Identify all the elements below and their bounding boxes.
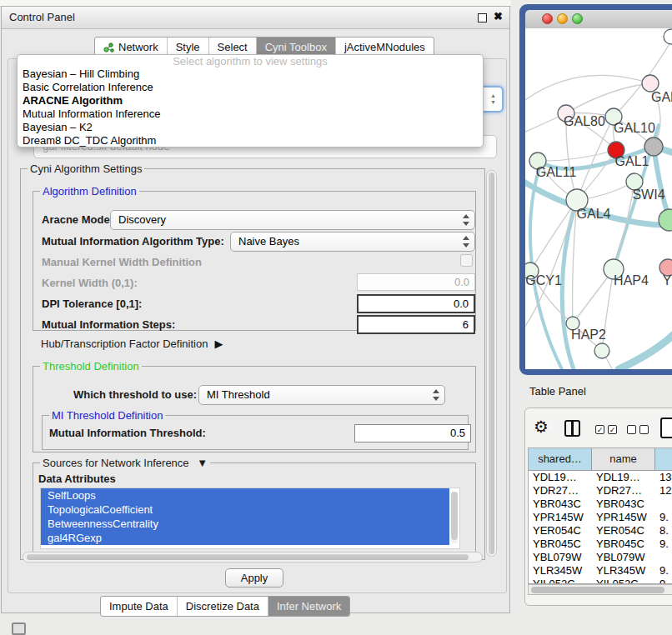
node-label-swi4: SWI4: [632, 188, 664, 202]
mi-algorithm-type-combo[interactable]: Naive Bayes: [230, 232, 475, 252]
settings-horizontal-scrollbar[interactable]: [23, 552, 483, 562]
column-header-name[interactable]: name: [592, 448, 655, 470]
network-view-window: GALGAL80GAL10GAL1GAL11SWI4GAL4GCY1HAP4YH…: [519, 4, 672, 375]
tab-label: Select: [218, 41, 248, 53]
table-cell: YBL079W: [529, 551, 592, 564]
network-graph[interactable]: GALGAL80GAL10GAL1GAL11SWI4GAL4GCY1HAP4YH…: [525, 28, 672, 369]
mi-steps-value: 6: [463, 317, 469, 332]
cyni-algorithm-settings-group: Cyni Algorithm Settings Algorithm Defini…: [20, 168, 485, 560]
apply-button[interactable]: Apply: [225, 568, 283, 588]
mi-threshold-field[interactable]: 0.5: [354, 424, 471, 442]
table-row[interactable]: YBR043CYBR043C: [529, 498, 672, 511]
aracne-mode-value: Discovery: [118, 211, 166, 229]
node-unnamed-top[interactable]: [664, 29, 672, 44]
attribute-item-topologicalcoefficient[interactable]: TopologicalCoefficient: [41, 502, 449, 517]
data-attributes-list[interactable]: SelfLoopsTopologicalCoefficientBetweenne…: [40, 488, 460, 549]
node-label-gcy1: GCY1: [525, 273, 562, 288]
desktop: Control Panel ✖ NetworkStyleSelectCyni T…: [0, 0, 672, 635]
tab-label: Cyni Toolbox: [265, 41, 327, 53]
minimize-traffic-light-icon[interactable]: [557, 13, 568, 24]
algorithm-option-aracne-algorithm[interactable]: ARACNE Algorithm: [18, 94, 483, 108]
algorithm-option-mutual-information-inference[interactable]: Mutual Information Inference: [18, 108, 483, 121]
algorithm-option-dream8-dc-tdc-algorithm[interactable]: Dream8 DC_TDC Algorithm: [18, 134, 483, 148]
dpi-tolerance-value: 0.0: [454, 296, 469, 312]
checked-pair-icon[interactable]: ✓✓: [595, 425, 617, 434]
network-edge: [619, 322, 672, 369]
which-threshold-combo[interactable]: MI Threshold: [198, 385, 445, 405]
algorithm-option-basic-correlation-inference[interactable]: Basic Correlation Inference: [18, 81, 483, 94]
table-row[interactable]: YDL19…YDL19…13: [529, 471, 672, 484]
table-row[interactable]: YPR145WYPR145W9.: [529, 511, 672, 524]
tab-infer-network[interactable]: Infer Network: [268, 597, 349, 616]
threshold-definition-group: Threshold Definition Which threshold to …: [33, 366, 476, 452]
table-row[interactable]: YLR345WYLR345W9.: [529, 564, 672, 578]
algorithm-option-bayesian-hill-climbing[interactable]: Bayesian – Hill Climbing: [18, 68, 483, 81]
table-cell: 9.: [655, 564, 672, 578]
tab-impute-data[interactable]: Impute Data: [101, 597, 178, 616]
column-layout-icon[interactable]: [564, 420, 580, 437]
node-unnamed-bottom[interactable]: [594, 343, 609, 358]
network-canvas[interactable]: GALGAL80GAL10GAL1GAL11SWI4GAL4GCY1HAP4YH…: [525, 28, 672, 369]
network-icon: [103, 42, 114, 52]
table-cell: 9.: [655, 578, 672, 584]
node-gray-node[interactable]: [644, 138, 663, 156]
tab-label: Network: [118, 41, 158, 53]
mi-steps-field[interactable]: 6: [357, 315, 475, 334]
node-label-gal1: GAL1: [615, 154, 649, 168]
column-header-a[interactable]: A: [655, 448, 672, 470]
attributes-scrollbar[interactable]: [451, 492, 458, 543]
tab-label: Impute Data: [109, 600, 168, 612]
float-window-icon[interactable]: [478, 13, 487, 22]
sources-title-text: Sources for Network Inference: [43, 457, 189, 469]
node-label-gal11: GAL11: [536, 165, 577, 179]
zoom-traffic-light-icon[interactable]: [572, 13, 583, 24]
sources-group-title: Sources for Network Inference ▼: [40, 457, 210, 469]
aracne-mode-combo[interactable]: Discovery: [110, 210, 475, 230]
table-row[interactable]: YBR045CYBR045C9.: [529, 538, 672, 551]
tab-label: Discretize Data: [186, 600, 259, 612]
table-row[interactable]: YBL079WYBL079W: [529, 551, 672, 564]
node-label-gal80: GAL80: [564, 114, 605, 128]
mi-threshold-value: 0.5: [450, 425, 465, 442]
hub-definition-toggle[interactable]: Hub/Transcription Factor Definition▶: [41, 338, 223, 350]
table-cell: YER054C: [529, 524, 592, 538]
mi-type-value: Naive Bayes: [238, 232, 299, 251]
column-header-shared[interactable]: shared…: [529, 448, 592, 470]
tab-label: Style: [176, 41, 200, 53]
collapse-arrow-icon[interactable]: ▼: [197, 457, 208, 469]
mi-threshold-group-title: MI Threshold Definition: [49, 409, 165, 422]
table-row[interactable]: YIL052CYIL052C9.: [529, 578, 672, 584]
close-traffic-light-icon[interactable]: [542, 13, 553, 24]
data-attributes-selection: SelfLoopsTopologicalCoefficientBetweenne…: [41, 488, 459, 545]
mi-type-label: Mutual Information Algorithm Type:: [42, 235, 224, 248]
table-horizontal-scrollbar[interactable]: [528, 584, 672, 595]
attribute-item-gal4rgexp[interactable]: gal4RGexp: [41, 531, 449, 545]
network-edge: [538, 150, 616, 161]
table-cell: YDR27…: [529, 484, 592, 498]
table-row[interactable]: YER054CYER054C8.: [529, 524, 672, 538]
network-edge: [566, 83, 650, 113]
gear-icon[interactable]: ⚙: [534, 418, 549, 435]
unchecked-pair-icon[interactable]: [627, 425, 649, 434]
node-gal-edge[interactable]: [642, 75, 659, 92]
algorithm-dropdown-options: Bayesian – Hill ClimbingBasic Correlatio…: [18, 68, 483, 148]
close-icon[interactable]: ✖: [494, 10, 503, 22]
table-header-row: shared…nameA: [529, 448, 672, 471]
network-window-titlebar: [525, 10, 672, 29]
table-cell: 9.: [655, 511, 672, 524]
control-panel-title: Control Panel: [9, 7, 75, 28]
attribute-item-selfloops[interactable]: SelfLoops: [41, 488, 449, 502]
manual-kernel-checkbox[interactable]: [460, 254, 473, 267]
expand-arrow-icon: ▶: [214, 338, 223, 350]
document-icon[interactable]: [660, 418, 672, 438]
table-row[interactable]: YDR27…YDR27…12: [529, 484, 672, 498]
node-label-y: Y: [663, 273, 672, 288]
kernel-width-label: Kernel Width (0,1):: [42, 277, 138, 289]
attribute-item-betweennesscentrality[interactable]: BetweennessCentrality: [41, 517, 449, 531]
tab-discretize-data[interactable]: Discretize Data: [178, 597, 268, 616]
dpi-tolerance-field[interactable]: 0.0: [357, 294, 475, 313]
settings-vertical-scrollbar[interactable]: [486, 170, 497, 557]
minimized-panel-icon[interactable]: [12, 622, 26, 635]
kernel-width-field[interactable]: 0.0: [357, 273, 475, 291]
algorithm-option-bayesian-k2[interactable]: Bayesian – K2: [18, 121, 483, 134]
